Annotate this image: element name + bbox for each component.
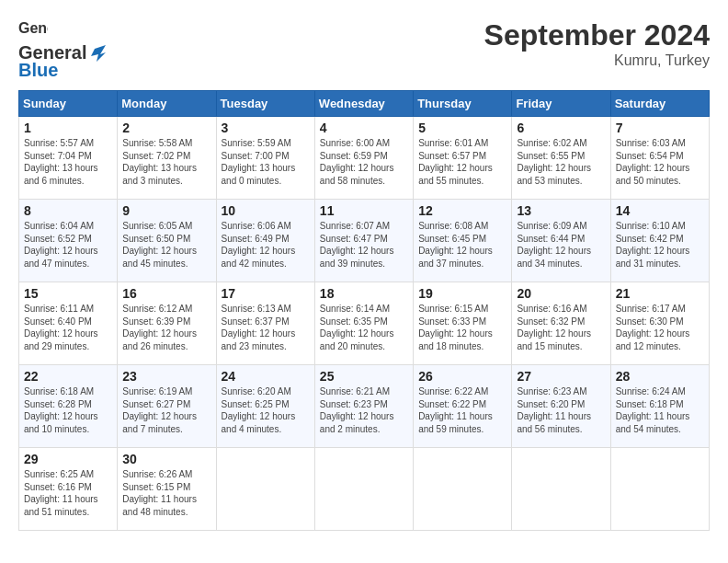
table-row: 6 Sunrise: 6:02 AMSunset: 6:55 PMDayligh… [512,117,610,200]
logo-bird-icon [87,43,108,63]
day-detail: Sunrise: 6:23 AMSunset: 6:20 PMDaylight:… [517,385,605,435]
day-detail: Sunrise: 6:16 AMSunset: 6:32 PMDaylight:… [517,303,605,352]
calendar-week-row: 15 Sunrise: 6:11 AMSunset: 6:40 PMDaylig… [19,282,710,365]
table-row: 19 Sunrise: 6:15 AMSunset: 6:33 PMDaylig… [414,282,512,365]
day-detail: Sunrise: 6:18 AMSunset: 6:28 PMDaylight:… [24,385,112,435]
day-detail: Sunrise: 6:02 AMSunset: 6:55 PMDaylight:… [517,137,605,187]
day-number: 11 [320,203,408,218]
day-number: 9 [122,203,210,218]
table-row [216,448,314,531]
table-row: 28 Sunrise: 6:24 AMSunset: 6:18 PMDaylig… [610,365,709,448]
page-header: General General Blue September 2024 Kumr… [18,18,710,81]
day-detail: Sunrise: 6:21 AMSunset: 6:23 PMDaylight:… [320,385,408,435]
day-number: 30 [122,452,210,466]
day-number: 21 [616,286,704,301]
day-number: 26 [418,369,506,384]
table-row: 15 Sunrise: 6:11 AMSunset: 6:40 PMDaylig… [19,282,118,365]
day-detail: Sunrise: 6:06 AMSunset: 6:49 PMDaylight:… [222,220,310,270]
table-row [414,448,512,531]
day-number: 6 [517,121,605,135]
col-thursday: Thursday [414,91,512,117]
logo: General General Blue [18,18,108,81]
col-friday: Friday [512,91,610,117]
table-row: 16 Sunrise: 6:12 AMSunset: 6:39 PMDaylig… [118,282,216,365]
table-row [314,448,413,531]
day-number: 22 [24,369,112,384]
day-detail: Sunrise: 6:22 AMSunset: 6:22 PMDaylight:… [418,385,506,435]
table-row: 5 Sunrise: 6:01 AMSunset: 6:57 PMDayligh… [414,117,512,200]
table-row: 1 Sunrise: 5:57 AMSunset: 7:04 PMDayligh… [19,117,118,200]
day-number: 3 [222,121,310,135]
table-row: 3 Sunrise: 5:59 AMSunset: 7:00 PMDayligh… [216,117,314,200]
day-number: 5 [418,121,506,135]
day-number: 13 [517,203,605,218]
day-number: 2 [122,121,210,135]
table-row: 12 Sunrise: 6:08 AMSunset: 6:45 PMDaylig… [414,200,512,282]
day-number: 28 [616,369,704,384]
title-area: September 2024 Kumru, Turkey [484,18,710,69]
table-row: 24 Sunrise: 6:20 AMSunset: 6:25 PMDaylig… [216,365,314,448]
col-saturday: Saturday [610,91,709,117]
day-number: 19 [418,286,506,301]
day-number: 24 [222,369,310,384]
day-detail: Sunrise: 6:26 AMSunset: 6:15 PMDaylight:… [122,468,210,518]
table-row: 7 Sunrise: 6:03 AMSunset: 6:54 PMDayligh… [610,117,709,200]
day-number: 16 [122,286,210,301]
table-row: 13 Sunrise: 6:09 AMSunset: 6:44 PMDaylig… [512,200,610,282]
day-number: 29 [24,452,112,466]
day-number: 25 [320,369,408,384]
calendar-table: Sunday Monday Tuesday Wednesday Thursday… [18,90,710,531]
day-number: 10 [222,203,310,218]
day-detail: Sunrise: 6:08 AMSunset: 6:45 PMDaylight:… [418,220,506,270]
table-row: 20 Sunrise: 6:16 AMSunset: 6:32 PMDaylig… [512,282,610,365]
table-row: 22 Sunrise: 6:18 AMSunset: 6:28 PMDaylig… [19,365,118,448]
table-row: 14 Sunrise: 6:10 AMSunset: 6:42 PMDaylig… [610,200,709,282]
table-row [512,448,610,531]
table-row: 4 Sunrise: 6:00 AMSunset: 6:59 PMDayligh… [314,117,413,200]
table-row: 23 Sunrise: 6:19 AMSunset: 6:27 PMDaylig… [118,365,216,448]
table-row: 29 Sunrise: 6:25 AMSunset: 6:16 PMDaylig… [19,448,118,531]
table-row: 8 Sunrise: 6:04 AMSunset: 6:52 PMDayligh… [19,200,118,282]
col-tuesday: Tuesday [216,91,314,117]
logo-blue-text: Blue [18,60,58,81]
day-detail: Sunrise: 6:03 AMSunset: 6:54 PMDaylight:… [616,137,704,187]
day-number: 20 [517,286,605,301]
table-row: 10 Sunrise: 6:06 AMSunset: 6:49 PMDaylig… [216,200,314,282]
day-detail: Sunrise: 6:00 AMSunset: 6:59 PMDaylight:… [320,137,408,187]
day-detail: Sunrise: 6:24 AMSunset: 6:18 PMDaylight:… [616,385,704,435]
svg-marker-1 [91,45,106,62]
table-row: 11 Sunrise: 6:07 AMSunset: 6:47 PMDaylig… [314,200,413,282]
table-row: 25 Sunrise: 6:21 AMSunset: 6:23 PMDaylig… [314,365,413,448]
col-sunday: Sunday [19,91,118,117]
table-row [610,448,709,531]
calendar-week-row: 1 Sunrise: 5:57 AMSunset: 7:04 PMDayligh… [19,117,710,200]
day-number: 17 [222,286,310,301]
day-detail: Sunrise: 6:20 AMSunset: 6:25 PMDaylight:… [222,385,310,435]
day-detail: Sunrise: 6:14 AMSunset: 6:35 PMDaylight:… [320,303,408,352]
day-detail: Sunrise: 6:13 AMSunset: 6:37 PMDaylight:… [222,303,310,352]
day-detail: Sunrise: 5:57 AMSunset: 7:04 PMDaylight:… [24,137,112,187]
table-row: 27 Sunrise: 6:23 AMSunset: 6:20 PMDaylig… [512,365,610,448]
table-row: 18 Sunrise: 6:14 AMSunset: 6:35 PMDaylig… [314,282,413,365]
day-detail: Sunrise: 5:58 AMSunset: 7:02 PMDaylight:… [122,137,210,187]
table-row: 2 Sunrise: 5:58 AMSunset: 7:02 PMDayligh… [118,117,216,200]
table-row: 17 Sunrise: 6:13 AMSunset: 6:37 PMDaylig… [216,282,314,365]
calendar-week-row: 29 Sunrise: 6:25 AMSunset: 6:16 PMDaylig… [19,448,710,531]
day-detail: Sunrise: 6:04 AMSunset: 6:52 PMDaylight:… [24,220,112,270]
day-detail: Sunrise: 6:11 AMSunset: 6:40 PMDaylight:… [24,303,112,352]
calendar-week-row: 8 Sunrise: 6:04 AMSunset: 6:52 PMDayligh… [19,200,710,282]
day-number: 7 [616,121,704,135]
day-detail: Sunrise: 6:25 AMSunset: 6:16 PMDaylight:… [24,468,112,518]
table-row: 26 Sunrise: 6:22 AMSunset: 6:22 PMDaylig… [414,365,512,448]
location: Kumru, Turkey [484,52,710,69]
month-title: September 2024 [484,18,710,52]
svg-text:General: General [18,20,48,36]
day-detail: Sunrise: 6:12 AMSunset: 6:39 PMDaylight:… [122,303,210,352]
day-number: 15 [24,286,112,301]
day-number: 23 [122,369,210,384]
day-detail: Sunrise: 6:07 AMSunset: 6:47 PMDaylight:… [320,220,408,270]
day-detail: Sunrise: 6:09 AMSunset: 6:44 PMDaylight:… [517,220,605,270]
logo-icon: General [18,18,48,42]
day-number: 12 [418,203,506,218]
day-detail: Sunrise: 6:10 AMSunset: 6:42 PMDaylight:… [616,220,704,270]
